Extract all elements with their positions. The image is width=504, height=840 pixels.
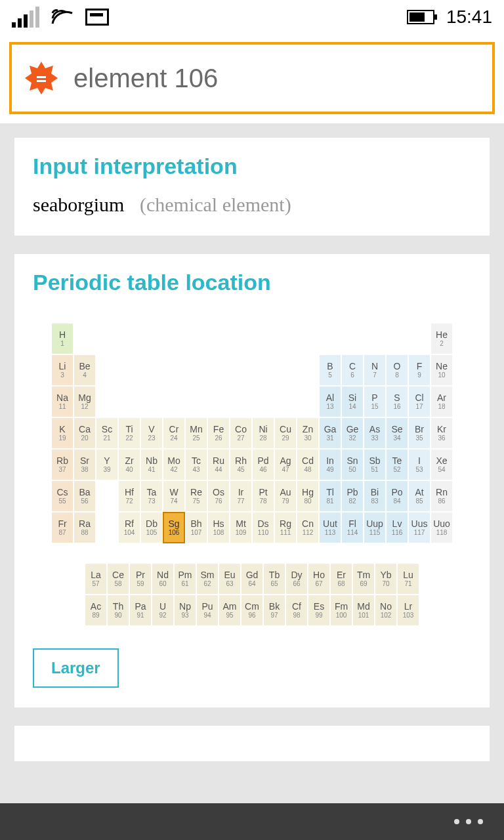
element-Fl[interactable]: Fl114 — [341, 512, 364, 543]
element-Uup[interactable]: Uup115 — [364, 512, 386, 543]
element-P[interactable]: P15 — [364, 386, 386, 417]
element-Nd[interactable]: Nd60 — [152, 563, 174, 595]
element-Fm[interactable]: Fm100 — [330, 595, 352, 626]
element-Cr[interactable]: Cr24 — [163, 417, 185, 449]
element-Tl[interactable]: Tl81 — [319, 480, 341, 512]
element-Eu[interactable]: Eu63 — [219, 563, 241, 595]
element-Mo[interactable]: Mo42 — [163, 449, 185, 480]
element-O[interactable]: O8 — [386, 354, 408, 386]
element-Cd[interactable]: Cd48 — [297, 449, 319, 480]
element-Sc[interactable]: Sc21 — [96, 417, 118, 449]
element-Cs[interactable]: Cs55 — [51, 480, 74, 512]
element-Cm[interactable]: Cm96 — [241, 595, 263, 626]
element-Br[interactable]: Br35 — [408, 417, 430, 449]
element-Md[interactable]: Md101 — [352, 595, 375, 626]
element-Pa[interactable]: Pa91 — [129, 595, 152, 626]
element-S[interactable]: S16 — [386, 386, 408, 417]
element-I[interactable]: I53 — [408, 449, 430, 480]
element-Ag[interactable]: Ag47 — [274, 449, 297, 480]
element-Mt[interactable]: Mt109 — [230, 512, 252, 543]
element-W[interactable]: W74 — [163, 480, 185, 512]
element-Ne[interactable]: Ne10 — [430, 354, 453, 386]
element-Pd[interactable]: Pd46 — [252, 449, 274, 480]
element-Ni[interactable]: Ni28 — [252, 417, 274, 449]
element-Pr[interactable]: Pr59 — [129, 563, 152, 595]
element-Sr[interactable]: Sr38 — [74, 449, 96, 480]
element-Se[interactable]: Se34 — [386, 417, 408, 449]
element-Pm[interactable]: Pm61 — [174, 563, 196, 595]
element-Cf[interactable]: Cf98 — [285, 595, 308, 626]
element-Ds[interactable]: Ds110 — [252, 512, 274, 543]
element-Cl[interactable]: Cl17 — [408, 386, 430, 417]
element-Rg[interactable]: Rg111 — [274, 512, 297, 543]
element-Po[interactable]: Po84 — [386, 480, 408, 512]
element-Re[interactable]: Re75 — [185, 480, 207, 512]
element-Gd[interactable]: Gd64 — [241, 563, 263, 595]
element-Yb[interactable]: Yb70 — [375, 563, 397, 595]
more-icon[interactable] — [454, 819, 483, 824]
element-Tb[interactable]: Tb65 — [263, 563, 285, 595]
element-Uus[interactable]: Uus117 — [408, 512, 430, 543]
app-bar[interactable] — [0, 803, 504, 840]
element-Zn[interactable]: Zn30 — [297, 417, 319, 449]
element-Y[interactable]: Y39 — [96, 449, 118, 480]
element-Zr[interactable]: Zr40 — [118, 449, 140, 480]
element-Kr[interactable]: Kr36 — [430, 417, 453, 449]
element-La[interactable]: La57 — [85, 563, 107, 595]
search-box[interactable] — [9, 42, 495, 114]
element-Sg[interactable]: Sg106 — [163, 512, 185, 543]
element-No[interactable]: No102 — [375, 595, 397, 626]
element-U[interactable]: U92 — [152, 595, 174, 626]
element-Am[interactable]: Am95 — [219, 595, 241, 626]
element-N[interactable]: N7 — [364, 354, 386, 386]
element-Cu[interactable]: Cu29 — [274, 417, 297, 449]
element-Tm[interactable]: Tm69 — [352, 563, 375, 595]
element-Be[interactable]: Be4 — [74, 354, 96, 386]
element-K[interactable]: K19 — [51, 417, 74, 449]
element-Mg[interactable]: Mg12 — [74, 386, 96, 417]
element-Db[interactable]: Db105 — [140, 512, 163, 543]
element-Rn[interactable]: Rn86 — [430, 480, 453, 512]
element-Dy[interactable]: Dy66 — [285, 563, 308, 595]
element-Lr[interactable]: Lr103 — [397, 595, 419, 626]
element-Ce[interactable]: Ce58 — [107, 563, 129, 595]
element-Ge[interactable]: Ge32 — [341, 417, 364, 449]
element-Lu[interactable]: Lu71 — [397, 563, 419, 595]
element-Ga[interactable]: Ga31 — [319, 417, 341, 449]
element-Ru[interactable]: Ru44 — [207, 449, 230, 480]
element-Xe[interactable]: Xe54 — [430, 449, 453, 480]
element-Te[interactable]: Te52 — [386, 449, 408, 480]
element-Sn[interactable]: Sn50 — [341, 449, 364, 480]
element-Os[interactable]: Os76 — [207, 480, 230, 512]
element-Th[interactable]: Th90 — [107, 595, 129, 626]
element-In[interactable]: In49 — [319, 449, 341, 480]
element-Rb[interactable]: Rb37 — [51, 449, 74, 480]
element-Sb[interactable]: Sb51 — [364, 449, 386, 480]
element-Ca[interactable]: Ca20 — [74, 417, 96, 449]
element-Bk[interactable]: Bk97 — [263, 595, 285, 626]
element-As[interactable]: As33 — [364, 417, 386, 449]
element-Ta[interactable]: Ta73 — [140, 480, 163, 512]
element-Er[interactable]: Er68 — [330, 563, 352, 595]
element-B[interactable]: B5 — [319, 354, 341, 386]
element-Pb[interactable]: Pb82 — [341, 480, 364, 512]
element-Hs[interactable]: Hs108 — [207, 512, 230, 543]
element-Ra[interactable]: Ra88 — [74, 512, 96, 543]
element-Pu[interactable]: Pu94 — [196, 595, 219, 626]
element-Ho[interactable]: Ho67 — [308, 563, 330, 595]
element-Fr[interactable]: Fr87 — [51, 512, 74, 543]
element-Rh[interactable]: Rh45 — [230, 449, 252, 480]
element-Uut[interactable]: Uut113 — [319, 512, 341, 543]
element-Au[interactable]: Au79 — [274, 480, 297, 512]
element-Ar[interactable]: Ar18 — [430, 386, 453, 417]
element-Hg[interactable]: Hg80 — [297, 480, 319, 512]
element-Np[interactable]: Np93 — [174, 595, 196, 626]
element-Bi[interactable]: Bi83 — [364, 480, 386, 512]
element-H[interactable]: H1 — [51, 323, 74, 354]
element-Ac[interactable]: Ac89 — [85, 595, 107, 626]
element-Ba[interactable]: Ba56 — [74, 480, 96, 512]
element-Mn[interactable]: Mn25 — [185, 417, 207, 449]
element-Tc[interactable]: Tc43 — [185, 449, 207, 480]
element-He[interactable]: He2 — [430, 323, 453, 354]
element-Bh[interactable]: Bh107 — [185, 512, 207, 543]
